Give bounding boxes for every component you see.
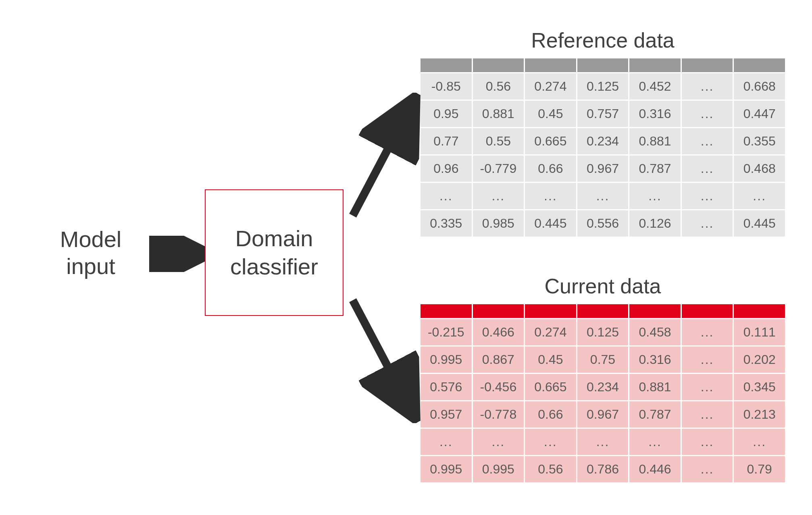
table-row: -0.850.560.2740.1250.452...0.668 bbox=[421, 73, 785, 100]
table-cell: ... bbox=[682, 401, 733, 428]
reference-table: -0.850.560.2740.1250.452...0.6680.950.88… bbox=[419, 57, 786, 238]
table-cell: ... bbox=[525, 183, 576, 209]
table-header-cell bbox=[629, 304, 681, 318]
table-cell: ... bbox=[473, 429, 524, 455]
table-cell: 0.234 bbox=[577, 128, 629, 154]
table-cell: -0.779 bbox=[473, 156, 524, 182]
table-cell: -0.456 bbox=[473, 374, 524, 400]
table-row: ..................... bbox=[421, 429, 785, 455]
arrow-input-to-classifier bbox=[149, 236, 210, 272]
table-header-cell bbox=[525, 304, 576, 318]
table-cell: 0.355 bbox=[734, 128, 785, 154]
table-cell: 0.96 bbox=[421, 156, 472, 182]
table-row: 0.770.550.6650.2340.881...0.355 bbox=[421, 128, 785, 154]
table-cell: ... bbox=[682, 128, 733, 154]
table-cell: 0.665 bbox=[525, 128, 576, 154]
table-cell: 0.881 bbox=[473, 101, 524, 127]
table-cell: 0.995 bbox=[473, 456, 524, 482]
table-cell: ... bbox=[525, 429, 576, 455]
table-cell: ... bbox=[473, 183, 524, 209]
table-cell: ... bbox=[629, 429, 681, 455]
table-header-cell bbox=[682, 304, 733, 318]
table-cell: 0.445 bbox=[525, 210, 576, 237]
reference-table-block: Reference data -0.850.560.2740.1250.452.… bbox=[419, 28, 786, 238]
table-cell: 0.576 bbox=[421, 374, 472, 400]
table-cell: 0.957 bbox=[421, 401, 472, 428]
table-cell: 0.316 bbox=[629, 347, 681, 373]
table-row: 0.3350.9850.4450.5560.126...0.445 bbox=[421, 210, 785, 237]
table-cell: 0.66 bbox=[525, 156, 576, 182]
table-cell: 0.995 bbox=[421, 456, 472, 482]
table-header-cell bbox=[629, 58, 681, 72]
table-cell: 0.45 bbox=[525, 101, 576, 127]
table-cell: 0.985 bbox=[473, 210, 524, 237]
table-cell: 0.77 bbox=[421, 128, 472, 154]
table-cell: ... bbox=[682, 183, 733, 209]
table-cell: ... bbox=[682, 429, 733, 455]
table-cell: 0.345 bbox=[734, 374, 785, 400]
table-row: 0.576-0.4560.6650.2340.881...0.345 bbox=[421, 374, 785, 400]
table-cell: 0.75 bbox=[577, 347, 629, 373]
table-row: -0.2150.4660.2740.1250.458...0.111 bbox=[421, 319, 785, 345]
table-cell: ... bbox=[421, 429, 472, 455]
table-header-cell bbox=[473, 58, 524, 72]
table-cell: 0.665 bbox=[525, 374, 576, 400]
table-cell: 0.125 bbox=[577, 73, 629, 100]
table-cell: 0.786 bbox=[577, 456, 629, 482]
table-row: 0.950.8810.450.7570.316...0.447 bbox=[421, 101, 785, 127]
table-cell: ... bbox=[734, 429, 785, 455]
table-cell: 0.447 bbox=[734, 101, 785, 127]
table-cell: ... bbox=[682, 210, 733, 237]
table-header-cell bbox=[473, 304, 524, 318]
table-cell: 0.867 bbox=[473, 347, 524, 373]
table-cell: 0.881 bbox=[629, 128, 681, 154]
table-cell: 0.55 bbox=[473, 128, 524, 154]
table-cell: 0.556 bbox=[577, 210, 629, 237]
table-header-cell bbox=[734, 58, 785, 72]
table-cell: -0.85 bbox=[421, 73, 472, 100]
table-cell: ... bbox=[682, 73, 733, 100]
table-row: 0.957-0.7780.660.9670.787...0.213 bbox=[421, 401, 785, 428]
table-cell: 0.111 bbox=[734, 319, 785, 345]
table-cell: 0.787 bbox=[629, 156, 681, 182]
table-cell: 0.668 bbox=[734, 73, 785, 100]
current-table-title: Current data bbox=[419, 274, 786, 298]
table-cell: 0.335 bbox=[421, 210, 472, 237]
table-header-cell bbox=[577, 58, 629, 72]
table-cell: -0.215 bbox=[421, 319, 472, 345]
table-cell: 0.213 bbox=[734, 401, 785, 428]
table-cell: 0.881 bbox=[629, 374, 681, 400]
table-cell: 0.234 bbox=[577, 374, 629, 400]
table-cell: 0.125 bbox=[577, 319, 629, 345]
table-cell: 0.995 bbox=[421, 347, 472, 373]
table-cell: ... bbox=[421, 183, 472, 209]
table-cell: 0.274 bbox=[525, 319, 576, 345]
table-cell: ... bbox=[682, 456, 733, 482]
table-cell: 0.757 bbox=[577, 101, 629, 127]
table-cell: 0.466 bbox=[473, 319, 524, 345]
table-cell: 0.56 bbox=[473, 73, 524, 100]
table-cell: 0.445 bbox=[734, 210, 785, 237]
domain-classifier-label: Domainclassifier bbox=[230, 224, 318, 281]
table-header-cell bbox=[421, 58, 472, 72]
table-cell: 0.316 bbox=[629, 101, 681, 127]
table-cell: 0.202 bbox=[734, 347, 785, 373]
table-cell: ... bbox=[734, 183, 785, 209]
current-table-block: Current data -0.2150.4660.2740.1250.458.… bbox=[419, 274, 786, 484]
reference-table-title: Reference data bbox=[419, 28, 786, 52]
table-cell: 0.967 bbox=[577, 156, 629, 182]
table-header-cell bbox=[682, 58, 733, 72]
model-input-label: Modelinput bbox=[24, 226, 157, 280]
table-cell: 0.274 bbox=[525, 73, 576, 100]
table-cell: ... bbox=[682, 319, 733, 345]
table-cell: 0.967 bbox=[577, 401, 629, 428]
table-row: 0.9950.9950.560.7860.446...0.79 bbox=[421, 456, 785, 482]
table-cell: 0.56 bbox=[525, 456, 576, 482]
table-cell: 0.787 bbox=[629, 401, 681, 428]
table-cell: ... bbox=[682, 347, 733, 373]
current-table: -0.2150.4660.2740.1250.458...0.1110.9950… bbox=[419, 303, 786, 484]
table-row: 0.9950.8670.450.750.316...0.202 bbox=[421, 347, 785, 373]
table-row: 0.96-0.7790.660.9670.787...0.468 bbox=[421, 156, 785, 182]
model-input-block: Modelinput bbox=[24, 226, 157, 308]
table-cell: ... bbox=[577, 429, 629, 455]
